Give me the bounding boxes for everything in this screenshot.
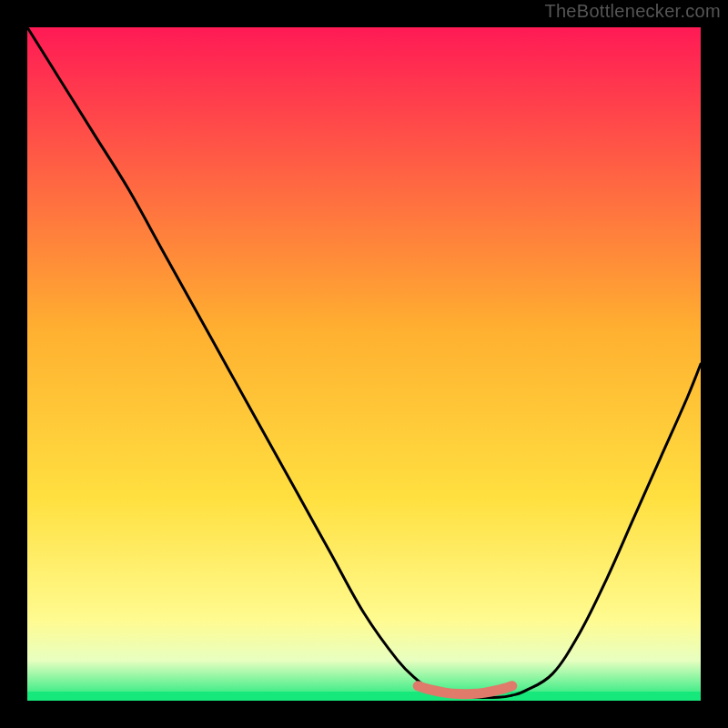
watermark-text: TheBottlenecker.com: [544, 1, 721, 22]
chart-svg: [0, 0, 728, 728]
green-bottom-band: [27, 692, 701, 701]
chart-stage: TheBottlenecker.com: [0, 0, 728, 728]
plot-background: [27, 27, 701, 701]
